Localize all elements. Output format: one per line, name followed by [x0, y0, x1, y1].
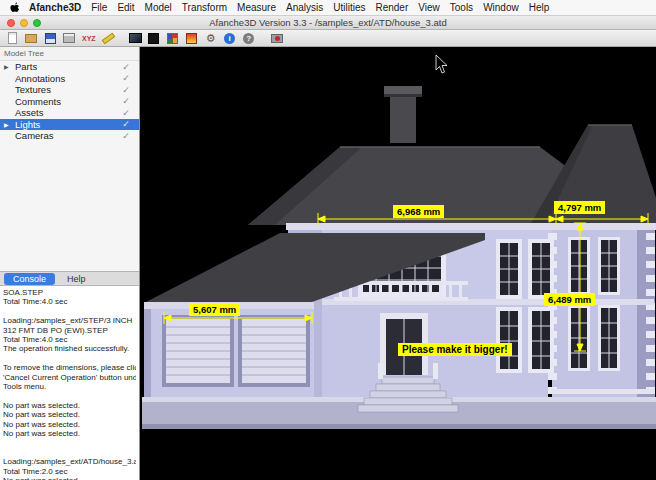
annotation-note: Please make it bigger! — [398, 343, 512, 356]
menu-window[interactable]: Window — [478, 0, 524, 15]
check-icon[interactable] — [119, 119, 133, 129]
check-icon[interactable] — [119, 108, 133, 118]
zoom-button[interactable] — [33, 19, 41, 27]
dimension-label-width-garage: 5,607 mm — [189, 303, 240, 316]
check-icon[interactable] — [119, 96, 133, 106]
print-icon[interactable] — [62, 31, 76, 45]
info-icon[interactable] — [223, 31, 237, 45]
console-line: No part was selected. — [3, 476, 136, 480]
menu-app-name[interactable]: Afanche3D — [24, 0, 86, 15]
tree-item-label: Annotations — [13, 73, 119, 84]
material-cube-icon[interactable] — [147, 31, 161, 45]
settings-gear-icon[interactable] — [204, 31, 218, 45]
snapshot-icon[interactable] — [271, 34, 283, 43]
xyz-axes-icon[interactable]: XYZ — [81, 31, 97, 45]
minimize-button[interactable] — [20, 19, 28, 27]
menu-help[interactable]: Help — [524, 0, 555, 15]
console-line: No part was selected. — [3, 401, 136, 410]
menu-transform[interactable]: Transform — [177, 0, 232, 15]
document-glyph — [8, 32, 17, 44]
3d-viewport[interactable]: 6,968 mm 4,797 mm 5,607 mm 6,489 mm Plea… — [140, 47, 656, 480]
tree-item-label: Textures — [13, 84, 119, 95]
folder-glyph — [25, 34, 37, 43]
menu-view[interactable]: View — [413, 0, 445, 15]
tree-item-label: Assets — [13, 107, 119, 118]
console-line: Total Time:4.0 sec — [3, 335, 136, 344]
console-line: To remove the dimensions, please clic — [3, 363, 136, 372]
left-panel: Model Tree Parts Annotations Textures — [0, 47, 140, 480]
console-line: Loading:/samples_ext/STEP/3 INCH — [3, 316, 136, 325]
palette-glyph — [167, 33, 178, 44]
check-icon[interactable] — [119, 85, 133, 95]
console-line: 312 FMT DB PO (EWI).STEP — [3, 326, 136, 335]
dimension-label-height-right: 6,489 mm — [544, 293, 595, 306]
cube-glyph — [148, 33, 159, 44]
console-tabs: Console Help — [0, 271, 139, 286]
console-line: Total Time:2.0 sec — [3, 467, 136, 476]
dimension-label-width-right: 4,797 mm — [554, 201, 605, 214]
new-document-icon[interactable] — [5, 31, 19, 45]
ruler-glyph — [102, 32, 116, 44]
color-palette-icon[interactable] — [166, 31, 180, 45]
disclosure-triangle-icon[interactable] — [4, 121, 13, 128]
tree-item-parts[interactable]: Parts — [0, 61, 139, 73]
close-button[interactable] — [7, 19, 15, 27]
tab-console[interactable]: Console — [4, 273, 55, 285]
tree-item-comments[interactable]: Comments — [0, 96, 139, 108]
tree-item-annotations[interactable]: Annotations — [0, 73, 139, 85]
render-gradient-icon[interactable] — [185, 31, 199, 45]
console-line: No part was selected. — [3, 420, 136, 429]
check-icon[interactable] — [119, 62, 133, 72]
tab-help[interactable]: Help — [58, 273, 95, 285]
menu-bar: Afanche3D File Edit Model Transform Meas… — [0, 0, 656, 16]
window-title-bar: Afanche3D Version 3.3 - /samples_ext/ATD… — [0, 16, 656, 30]
console-line — [3, 354, 136, 363]
traffic-lights — [7, 19, 41, 27]
console-line: SOA.STEP — [3, 288, 136, 297]
console-line: Loading:/samples_ext/ATD/house_3.at — [3, 457, 136, 466]
application-window: Afanche3D File Edit Model Transform Meas… — [0, 0, 656, 480]
tree-item-label: Lights — [13, 119, 119, 130]
console-line — [3, 391, 136, 400]
menu-analysis[interactable]: Analysis — [281, 0, 328, 15]
measure-ruler-icon[interactable] — [102, 31, 116, 45]
console-line: 'Cancel Current Operation' button und — [3, 373, 136, 382]
apple-logo-icon[interactable] — [8, 1, 21, 14]
tree-item-label: Cameras — [13, 130, 119, 141]
window-title: Afanche3D Version 3.3 - /samples_ext/ATD… — [0, 17, 656, 28]
dimension-label-width-main: 6,968 mm — [393, 205, 444, 218]
printer-glyph — [63, 33, 75, 43]
menu-model[interactable]: Model — [140, 0, 177, 15]
disclosure-triangle-icon[interactable] — [4, 63, 13, 70]
open-folder-icon[interactable] — [24, 31, 38, 45]
menu-render[interactable]: Render — [370, 0, 413, 15]
menu-edit[interactable]: Edit — [112, 0, 139, 15]
tree-item-textures[interactable]: Textures — [0, 84, 139, 96]
main-content: Model Tree Parts Annotations Textures — [0, 47, 656, 480]
console-line: The operation finished successfully. — [3, 344, 136, 353]
model-tree-title: Model Tree — [0, 47, 139, 60]
help-icon[interactable] — [242, 31, 256, 45]
console-line: No part was selected. — [3, 410, 136, 419]
question-glyph — [243, 33, 254, 44]
tree-item-cameras[interactable]: Cameras — [0, 130, 139, 142]
floppy-glyph — [45, 33, 56, 44]
menu-file[interactable]: File — [86, 0, 112, 15]
tree-item-assets[interactable]: Assets — [0, 107, 139, 119]
display-icon[interactable] — [129, 33, 142, 43]
menu-utilities[interactable]: Utilities — [328, 0, 370, 15]
console-line: Total Time:4.0 sec — [3, 297, 136, 306]
check-icon[interactable] — [119, 131, 133, 141]
save-icon[interactable] — [43, 31, 57, 45]
console-output[interactable]: SOA.STEP Total Time:4.0 sec Loading:/sam… — [0, 286, 139, 480]
console-line: No part was selected. — [3, 429, 136, 438]
house-model — [140, 47, 656, 480]
console-line: Tools menu. — [3, 382, 136, 391]
info-glyph — [224, 33, 235, 44]
tree-item-lights[interactable]: Lights — [0, 119, 139, 131]
tree-item-label: Parts — [13, 61, 119, 72]
console-line — [3, 307, 136, 316]
check-icon[interactable] — [119, 73, 133, 83]
menu-measure[interactable]: Measure — [232, 0, 281, 15]
menu-tools[interactable]: Tools — [445, 0, 478, 15]
